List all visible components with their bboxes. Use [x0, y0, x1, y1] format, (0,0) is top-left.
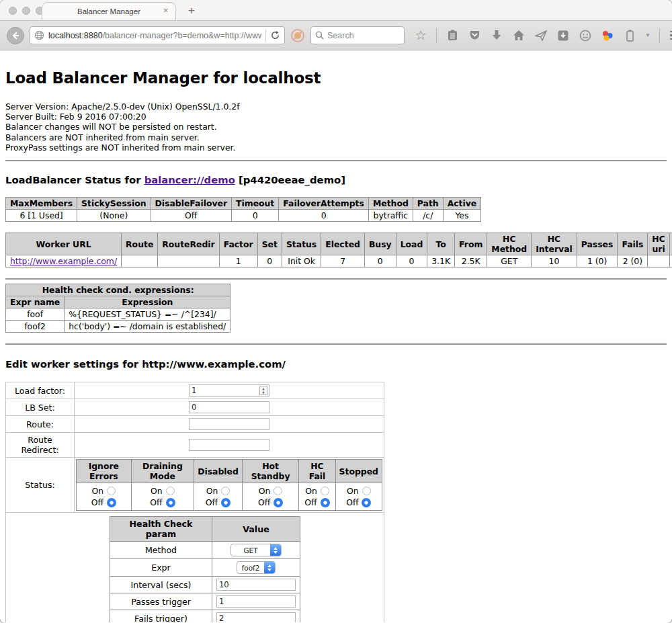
health-check-expressions-table: Health check cond. expressions: Expr nam… — [5, 284, 230, 333]
radio-label-on: On — [305, 486, 317, 496]
expr-row-foof2: foof2 hc('body') =~ /domain is establish… — [6, 321, 230, 333]
route-input[interactable] — [189, 418, 269, 430]
status-label: Status: — [6, 458, 75, 513]
window-close-button[interactable] — [9, 7, 17, 15]
status-heading-prefix: LoadBalancer Status for — [5, 174, 144, 185]
hc-expr-select[interactable]: foof2 — [237, 561, 276, 574]
route-redirect-label: Route Redirect: — [6, 433, 75, 458]
load-factor-label: Load factor: — [6, 382, 75, 399]
route-redirect-row: Route Redirect: — [6, 433, 384, 458]
radio-label-on: On — [347, 486, 359, 496]
select-arrows-icon — [264, 562, 275, 573]
browser-window: Balancer Manager ✕ + localhost:8880/bala… — [0, 0, 672, 623]
health-check-param-table: Health Check param Value Method GET — [110, 516, 300, 622]
col-active: Active — [443, 198, 481, 210]
radio-hot-standby-on[interactable] — [274, 487, 282, 495]
server-version: Server Version: Apache/2.5.0-dev (Unix) … — [5, 101, 667, 112]
radio-label-off: Off — [346, 497, 358, 507]
url-domain: localhost:8880 — [48, 31, 103, 40]
col-timeout: Timeout — [232, 198, 279, 210]
balancer-status-table: MaxMembers StickySession DisableFailover… — [5, 197, 481, 222]
expr-header-row: Expr name Expression — [6, 296, 230, 308]
radio-ignore-errors-off[interactable] — [107, 498, 116, 507]
new-tab-button[interactable]: + — [188, 4, 195, 20]
home-icon[interactable] — [512, 29, 526, 42]
hc-header-row: Health Check param Value — [110, 517, 300, 542]
status-header-row: Ignore Errors Draining Mode Disabled Hot… — [77, 460, 382, 483]
note-balancers: Balancers are NOT inherited from main se… — [5, 132, 667, 142]
radio-hc-fail-on[interactable] — [321, 487, 329, 495]
pocket-icon[interactable] — [468, 29, 481, 42]
col-failoverattempts: FailoverAttempts — [279, 198, 369, 210]
radio-stopped-on[interactable] — [362, 487, 371, 495]
hc-expr-row: Expr foof2 — [110, 559, 300, 577]
hc-interval-input[interactable] — [216, 579, 296, 591]
send-plane-icon[interactable] — [534, 29, 548, 42]
search-icon — [315, 31, 324, 40]
hc-passes-label: Passes trigger — [110, 593, 212, 610]
status-radio-row: On Off On Off On Off — [77, 483, 382, 511]
radio-label-off: Off — [304, 497, 317, 507]
status-row: Status: Ignore Errors Draining Mode Disa… — [6, 458, 384, 513]
radio-stopped-off[interactable] — [362, 498, 371, 507]
chevron-down-icon[interactable]: ▼ — [645, 32, 650, 38]
note-persist: Balancer changes will NOT be persisted o… — [5, 122, 667, 132]
url-bar[interactable]: localhost:8880/balancer-manager?b=demo&w… — [30, 26, 285, 44]
col-stickysession: StickySession — [77, 198, 151, 210]
radio-label-on: On — [259, 486, 271, 496]
radio-label-off: Off — [258, 497, 270, 507]
worker-header-row: Worker URL Route RouteRedir Factor Set S… — [6, 233, 672, 255]
tab-balancer-manager[interactable]: Balancer Manager ✕ — [42, 2, 176, 20]
reading-list-icon[interactable] — [446, 29, 459, 42]
balancer-data-row: 6 [1 Used] (None) Off 0 0 bytraffic /c/ … — [6, 210, 481, 222]
hello-smiley-icon[interactable] — [579, 29, 592, 42]
hc-passes-input[interactable] — [216, 595, 296, 608]
tab-bar: Balancer Manager ✕ + — [0, 0, 672, 20]
radio-disabled-off[interactable] — [221, 498, 230, 507]
tab-close-icon[interactable]: ✕ — [163, 7, 169, 14]
radio-label-on: On — [151, 486, 163, 496]
menu-icon[interactable] — [669, 29, 672, 42]
hc-passes-row: Passes trigger — [110, 593, 300, 610]
url-text[interactable]: localhost:8880/balancer-manager?b=demo&w… — [48, 31, 261, 40]
col-maxmembers: MaxMembers — [6, 198, 77, 210]
radio-ignore-errors-on[interactable] — [107, 487, 116, 495]
hc-expr-value: foof2 — [237, 562, 264, 573]
lb-set-input[interactable] — [189, 401, 269, 413]
toolbar-divider — [436, 28, 437, 43]
balancer-demo-link[interactable]: balancer://demo — [144, 174, 235, 185]
tab-title: Balancer Manager — [77, 7, 140, 15]
back-button[interactable] — [7, 27, 24, 44]
bookmark-star-icon[interactable]: ☆ — [414, 29, 427, 42]
col-path: Path — [413, 198, 443, 210]
battery-icon[interactable] — [623, 29, 636, 42]
hc-fails-input[interactable] — [216, 612, 296, 622]
worker-url-link[interactable]: http://www.example.com/ — [10, 256, 117, 266]
server-info: Server Version: Apache/2.5.0-dev (Unix) … — [5, 101, 667, 153]
number-stepper[interactable]: ▲▼ — [259, 386, 267, 395]
navigation-toolbar: localhost:8880/balancer-manager?b=demo&w… — [0, 20, 672, 50]
hc-fails-label: Fails trigger) — [110, 610, 212, 622]
radio-hc-fail-off[interactable] — [321, 498, 330, 507]
reload-icon[interactable] — [270, 30, 280, 40]
col-method: Method — [368, 198, 413, 210]
window-minimize-button[interactable] — [22, 7, 30, 15]
content-blocked-icon[interactable] — [290, 28, 305, 43]
load-factor-input[interactable] — [189, 384, 269, 397]
window-controls — [9, 7, 44, 15]
radio-label-off: Off — [91, 497, 103, 507]
server-built: Server Built: Feb 9 2016 07:00:20 — [5, 112, 667, 122]
radio-hot-standby-off[interactable] — [274, 498, 283, 507]
radio-disabled-on[interactable] — [221, 487, 230, 495]
urlbar-divider — [265, 30, 266, 42]
colored-dots-icon[interactable] — [601, 29, 614, 42]
save-panel-icon[interactable] — [556, 29, 570, 42]
search-bar[interactable] — [310, 26, 405, 44]
radio-draining-mode-on[interactable] — [166, 487, 175, 495]
hc-method-row: Method GET — [110, 542, 300, 559]
radio-draining-mode-off[interactable] — [166, 498, 175, 507]
hc-method-select[interactable]: GET — [230, 544, 282, 556]
search-input[interactable] — [327, 31, 394, 40]
download-icon[interactable] — [490, 29, 503, 42]
route-redirect-input[interactable] — [189, 439, 269, 451]
